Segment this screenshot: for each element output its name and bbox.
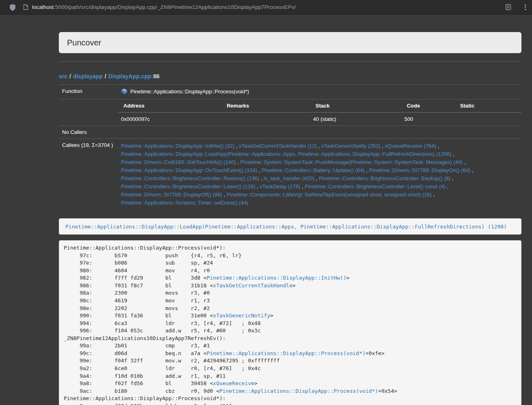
callee-link[interactable]: vTaskDelay (176) bbox=[260, 183, 300, 190]
no-callers-row: No Callers bbox=[59, 126, 521, 139]
callee-link[interactable]: Pinetime::Controllers::BrightnessControl… bbox=[121, 183, 255, 190]
callee-separator: , bbox=[236, 159, 240, 165]
callee-separator: , bbox=[463, 159, 465, 165]
url-path: :5000/path/src/displayapp/DisplayApp.cpp… bbox=[54, 4, 296, 10]
callee-link[interactable]: xTaskGenericNotify (252) bbox=[321, 143, 381, 149]
disassembly-symbol-link[interactable]: Pinetime::Applications::DisplayApp::Proc… bbox=[220, 388, 378, 394]
disassembly-symbol-link[interactable]: Pinetime::Applications::DisplayApp::Proc… bbox=[207, 350, 365, 356]
function-name: Pinetime::Applications::DisplayApp::Proc… bbox=[130, 88, 249, 95]
no-callers-label: No Callers bbox=[59, 126, 118, 139]
stats-data-row: 0x0000097c 40 (static) 500 bbox=[118, 112, 521, 125]
callee-link[interactable]: Pinetime::Applications::Screens::Timer::… bbox=[121, 200, 248, 206]
breadcrumb-line-number: 86 bbox=[153, 73, 159, 80]
callee-separator: , bbox=[235, 143, 239, 149]
stats-row: Address Remarks Stack Code Static 0x0000… bbox=[59, 99, 521, 126]
stats-table-cell: Address Remarks Stack Code Static 0x0000… bbox=[118, 99, 521, 126]
callees-row: Callees (19, Σ=3704 ) Pinetime::Applicat… bbox=[59, 139, 521, 211]
stats-table: Address Remarks Stack Code Static 0x0000… bbox=[118, 99, 521, 125]
callee-separator: , bbox=[436, 143, 439, 149]
panel-heading-link[interactable]: Pinetime::Applications::DisplayApp::Load… bbox=[65, 224, 507, 230]
callee-link[interactable]: xTaskGetCurrentTaskHandle (12) bbox=[239, 143, 317, 149]
callee-separator: , bbox=[255, 183, 260, 190]
callee-link[interactable]: lv_task_handler (420) bbox=[264, 175, 314, 181]
callee-link[interactable]: Pinetime::Controllers::BrightnessControl… bbox=[305, 183, 446, 190]
page-title: Puncover bbox=[67, 38, 513, 47]
divider bbox=[59, 61, 521, 62]
callee-link[interactable]: Pinetime::Controllers::BrightnessControl… bbox=[121, 175, 259, 181]
breadcrumb-link-file[interactable]: DisplayApp.cpp: bbox=[108, 73, 153, 80]
disassembly-symbol-link[interactable]: Pinetime::Applications::DisplayApp::Init… bbox=[207, 275, 346, 281]
breadcrumb-separator: / bbox=[105, 73, 106, 80]
disassembly-symbol-link[interactable]: xQueueReceive bbox=[213, 380, 254, 386]
disassembly-symbol-link[interactable]: xTaskGetCurrentTaskHandle bbox=[213, 282, 293, 289]
callee-separator: , bbox=[451, 151, 454, 157]
page-content: Puncover src/displayapp/DisplayApp.cpp:8… bbox=[59, 15, 521, 405]
code-value: 500 bbox=[401, 112, 454, 125]
callee-separator: , bbox=[470, 167, 473, 173]
remarks-value bbox=[221, 112, 310, 125]
function-table: Function Pinetime::Applications::Display… bbox=[59, 84, 521, 210]
callee-separator: , bbox=[450, 175, 453, 181]
callee-link[interactable]: Pinetime::Controllers::Battery::Update()… bbox=[262, 167, 365, 173]
callee-separator: , bbox=[432, 192, 435, 198]
breadcrumb-separator: / bbox=[69, 73, 71, 80]
shield-icon[interactable] bbox=[9, 4, 16, 11]
page-info-icon[interactable] bbox=[23, 4, 28, 10]
disassembly-symbol-link[interactable]: xTaskGenericNotify bbox=[213, 312, 270, 319]
function-name-cell: Pinetime::Applications::DisplayApp::Proc… bbox=[118, 85, 521, 99]
callee-link[interactable]: Pinetime::Drivers::St7789::DisplayOn() (… bbox=[369, 167, 470, 173]
breadcrumb-link-src[interactable]: src bbox=[59, 73, 67, 80]
callee-separator: , bbox=[317, 143, 321, 149]
breadcrumb: src/displayapp/DisplayApp.cpp:86 bbox=[59, 73, 521, 80]
callee-link[interactable]: xQueueReceive (764) bbox=[385, 143, 436, 149]
column-address: Address bbox=[118, 99, 221, 112]
callee-separator: , bbox=[446, 183, 448, 190]
callee-separator: , bbox=[300, 183, 305, 190]
stats-header-row: Address Remarks Stack Code Static bbox=[118, 99, 521, 112]
callee-separator: , bbox=[314, 175, 319, 181]
callee-link[interactable]: Pinetime::Controllers::BrightnessControl… bbox=[319, 175, 450, 181]
address-bar[interactable]: localhost:5000/path/src/displayapp/Displ… bbox=[32, 4, 296, 10]
callee-link[interactable]: Pinetime::Drivers::Cst816S::GetTouchInfo… bbox=[121, 159, 236, 165]
symbol-icon bbox=[121, 88, 127, 96]
stats-row-label bbox=[59, 99, 118, 126]
callee-separator: , bbox=[364, 167, 369, 173]
callee-link[interactable]: Pinetime::Applications::DisplayApp::OnTo… bbox=[121, 167, 257, 173]
url-host: localhost bbox=[32, 4, 54, 10]
callee-link[interactable]: Pinetime::Applications::DisplayApp::Load… bbox=[121, 151, 451, 157]
function-row: Function Pinetime::Applications::Display… bbox=[59, 85, 521, 99]
stack-value: 40 (static) bbox=[310, 112, 401, 125]
column-stack: Stack bbox=[310, 99, 401, 112]
callee-separator: , bbox=[380, 143, 385, 149]
disassembly-code: Pinetime::Applications::DisplayApp::Proc… bbox=[59, 240, 521, 405]
breadcrumb-link-displayapp[interactable]: displayapp bbox=[73, 73, 103, 80]
column-code: Code bbox=[401, 99, 454, 112]
callee-separator: , bbox=[257, 167, 262, 173]
function-label: Function bbox=[59, 85, 118, 99]
callee-link[interactable]: Pinetime::System::SystemTask::PushMessag… bbox=[240, 159, 463, 165]
menu-kebab-icon[interactable] bbox=[523, 3, 527, 11]
address-value: 0x0000097c bbox=[118, 112, 221, 125]
column-remarks: Remarks bbox=[221, 99, 310, 112]
no-callers-value bbox=[118, 126, 521, 139]
callee-link[interactable]: Pinetime::Components::LittleVgl::SetNewT… bbox=[227, 192, 432, 198]
callee-link[interactable]: Pinetime::Drivers::St7789::DisplayOff() … bbox=[121, 192, 222, 198]
callee-separator: , bbox=[259, 175, 264, 181]
column-static: Static bbox=[454, 99, 521, 112]
static-value bbox=[454, 112, 521, 125]
callees-label: Callees (19, Σ=3704 ) bbox=[59, 139, 118, 211]
reader-mode-icon[interactable] bbox=[505, 4, 511, 10]
callee-separator: , bbox=[222, 192, 227, 198]
browser-toolbar: localhost:5000/path/src/displayapp/Displ… bbox=[0, 0, 532, 15]
callee-link[interactable]: Pinetime::Applications::DisplayApp::Init… bbox=[121, 143, 235, 149]
symbol-panel: Pinetime::Applications::DisplayApp::Load… bbox=[59, 218, 521, 235]
callees-list: Pinetime::Applications::DisplayApp::Init… bbox=[118, 139, 521, 211]
app-header: Puncover bbox=[59, 32, 521, 53]
